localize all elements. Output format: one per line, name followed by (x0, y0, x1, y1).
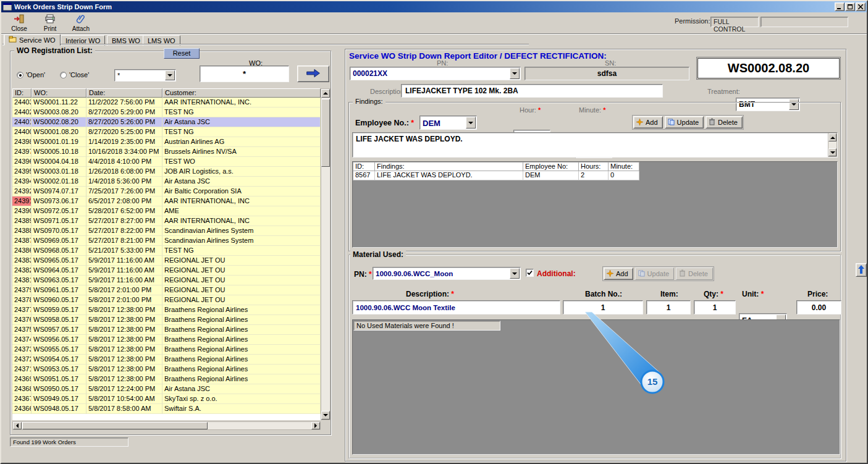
table-cell: 5/8/2017 12:38:00 PM (86, 305, 162, 315)
findings-text-vscrollbar[interactable] (828, 133, 837, 157)
scroll-up-button[interactable] (828, 133, 836, 141)
table-row[interactable]: 24397WS0005.10.1810/16/2018 3:34:00 PMBr… (12, 147, 321, 157)
wo-search-input[interactable] (200, 65, 289, 82)
grid-row[interactable]: 8567LIFE JACKET WAS DEPLOYD.DEM20 (353, 171, 641, 180)
material-add-button[interactable]: Add (604, 268, 633, 280)
table-row[interactable]: 24401WS0002.08.208/27/2020 5:26:00 PMAir… (12, 117, 321, 127)
header-cell-wo[interactable]: WO: (32, 88, 86, 98)
table-row[interactable]: 24378WS0960.05.175/8/2017 2:01:00 PMREGI… (12, 295, 321, 305)
material-pn-combo[interactable]: 1000.90.06.WCC_Moon (373, 267, 521, 280)
scroll-right-button[interactable] (311, 422, 320, 429)
scroll-up-button[interactable] (321, 89, 330, 98)
table-row[interactable]: 24403WS0001.11.2211/2/2022 7:56:00 PMAAR… (12, 98, 321, 108)
maximize-button[interactable] (845, 2, 855, 11)
hscroll-thumb[interactable] (22, 422, 208, 429)
grid-header-id[interactable]: ID: (353, 162, 375, 171)
radio-open[interactable]: 'Open' (17, 71, 45, 78)
table-cell: 24398 (12, 137, 32, 147)
table-cell: 24387 (12, 236, 32, 246)
scroll-left-button[interactable] (13, 422, 22, 429)
filter-dropdown-button[interactable] (165, 70, 175, 80)
status-filter-combo[interactable]: * (114, 69, 176, 82)
print-button[interactable]: Print (36, 14, 64, 33)
table-row[interactable]: 24390WS0972.05.175/28/2017 6:52:00 PMAME (12, 206, 321, 216)
table-row[interactable]: 24374WS0956.05.175/8/2017 12:38:00 PMBra… (12, 335, 321, 345)
scroll-down-button[interactable] (828, 148, 836, 156)
table-row[interactable]: 24386WS0968.05.175/21/2017 5:33:00 PMTES… (12, 246, 321, 256)
material-pn-dropdown-button[interactable] (510, 268, 520, 279)
table-row[interactable]: 24389WS0971.05.175/27/2017 8:27:00 PMAAR… (12, 216, 321, 226)
table-row[interactable]: 24375WS0957.05.175/8/2017 12:38:00 PMBra… (12, 325, 321, 335)
qty-field[interactable] (694, 300, 736, 314)
vscroll-thumb[interactable] (321, 99, 330, 167)
grid-header-hours[interactable]: Hours: (579, 162, 609, 171)
minimize-button[interactable] (835, 2, 845, 11)
description-field[interactable]: LIFEJACKET TYPE 102 Mk. 2BA (401, 84, 663, 98)
table-row[interactable]: 24371WS0953.05.175/8/2017 12:38:00 PMBra… (12, 365, 321, 374)
table-row[interactable]: 24366WS0948.05.175/8/2017 8:58:00 AMSwif… (12, 404, 321, 414)
item-field[interactable] (646, 300, 691, 314)
wo-table-vscrollbar[interactable] (321, 88, 331, 420)
reset-button[interactable]: Reset (164, 48, 200, 59)
table-row[interactable]: 24372WS0954.05.175/8/2017 12:38:00 PMBra… (12, 355, 321, 365)
close-window-button[interactable] (856, 2, 866, 11)
grid-header-findings[interactable]: Findings: (375, 162, 523, 171)
table-cell: 4/4/2018 4:10:00 PM (86, 157, 162, 167)
table-row[interactable]: 24368WS0950.05.175/8/2017 12:24:00 PMAir… (12, 384, 321, 394)
table-cell: TEST WO (162, 157, 321, 167)
material-description-field[interactable]: 1000.90.06.WCC Moon Textile (352, 300, 560, 314)
tab-service-wo[interactable]: Service WO (4, 34, 61, 46)
table-cell: Braathens Regional Airlines (162, 365, 321, 374)
search-go-button[interactable] (297, 65, 329, 82)
table-row[interactable]: 24395WS0003.01.181/26/2018 6:08:00 PMJOB… (12, 167, 321, 177)
additional-checkbox[interactable] (526, 269, 534, 277)
table-row[interactable]: 24373WS0955.05.175/8/2017 12:38:00 PMBra… (12, 345, 321, 355)
batch-field[interactable] (563, 300, 643, 314)
material-update-button[interactable]: Update (635, 268, 674, 280)
table-row[interactable]: 24398WS0001.01.191/14/2019 2:35:00 PMAus… (12, 137, 321, 147)
pn-combo[interactable]: 000021XX (350, 67, 521, 80)
table-row[interactable]: 24376WS0958.05.175/8/2017 12:38:00 PMBra… (12, 315, 321, 325)
table-row[interactable]: 24396WS0004.04.184/4/2018 4:10:00 PMTEST… (12, 157, 321, 167)
table-cell: JOB AIR Logistics, a.s. (162, 167, 321, 177)
findings-delete-button[interactable]: Delete (706, 116, 743, 129)
findings-add-button[interactable]: Add (633, 116, 663, 129)
table-row[interactable]: 24379WS0961.05.175/8/2017 2:01:00 PMREGI… (12, 285, 321, 295)
table-row[interactable]: 24392WS0974.07.177/25/2017 7:26:00 PMAir… (12, 187, 321, 196)
header-cell-customer[interactable]: Customer: (162, 88, 321, 98)
table-cell: Braathens Regional Airlines (162, 305, 321, 315)
table-row[interactable]: 24377WS0959.05.175/8/2017 12:38:00 PMBra… (12, 305, 321, 315)
findings-update-button[interactable]: Update (665, 116, 704, 129)
radio-close[interactable]: 'Close' (60, 71, 89, 78)
scroll-down-button[interactable] (321, 411, 330, 420)
table-row[interactable]: 24387WS0969.05.175/27/2017 8:21:00 PMSca… (12, 236, 321, 246)
wo-table-hscrollbar[interactable] (12, 421, 321, 430)
price-field[interactable] (796, 300, 841, 314)
table-cell: AAR INTERNATIONAL, INC (162, 196, 321, 206)
table-row[interactable]: 24367WS0949.05.175/8/2017 10:54:00 AMSky… (12, 394, 321, 404)
required-icon: * (451, 290, 454, 298)
grid-header-minute[interactable]: Minute: (609, 162, 639, 171)
material-delete-button[interactable]: Delete (676, 268, 713, 280)
table-row[interactable]: 24394WS0002.01.181/4/2018 5:36:00 PMAir … (12, 177, 321, 187)
table-row[interactable]: 24382WS0964.05.175/9/2017 11:16:00 AMREG… (12, 266, 321, 276)
table-row[interactable]: 24369WS0951.05.175/8/2017 12:38:00 PMBra… (12, 374, 321, 384)
attach-button[interactable]: Attach (67, 14, 95, 33)
findings-textarea[interactable]: LIFE JACKET WAS DEPLOYD. (352, 132, 838, 158)
chevron-down-icon (167, 74, 172, 77)
table-cell: WS0002.01.18 (32, 177, 86, 187)
employee-combo[interactable]: DEM (419, 116, 477, 130)
table-row[interactable]: 24383WS0965.05.175/9/2017 11:16:00 AMREG… (12, 256, 321, 266)
employee-dropdown-button[interactable] (466, 117, 476, 129)
close-button[interactable]: Close (5, 14, 33, 33)
table-row[interactable]: 24388WS0970.05.175/27/2017 8:22:00 PMSca… (12, 226, 321, 236)
header-cell-id[interactable]: ID: (12, 88, 32, 98)
scroll-to-top-button[interactable] (856, 263, 867, 277)
table-row[interactable]: 24391WS0973.06.176/5/2017 2:08:00 PMAAR … (12, 196, 321, 206)
pn-dropdown-button[interactable] (510, 68, 520, 79)
table-row[interactable]: 24400WS0001.08.208/27/2020 5:25:00 PMTES… (12, 127, 321, 137)
table-row[interactable]: 24381WS0963.05.175/9/2017 11:16:00 AMREG… (12, 276, 321, 285)
table-row[interactable]: 24402WS0003.08.208/27/2020 5:29:00 PMTES… (12, 108, 321, 117)
grid-header-employee[interactable]: Employee No: (523, 162, 579, 171)
header-cell-date[interactable]: Date: (86, 88, 162, 98)
